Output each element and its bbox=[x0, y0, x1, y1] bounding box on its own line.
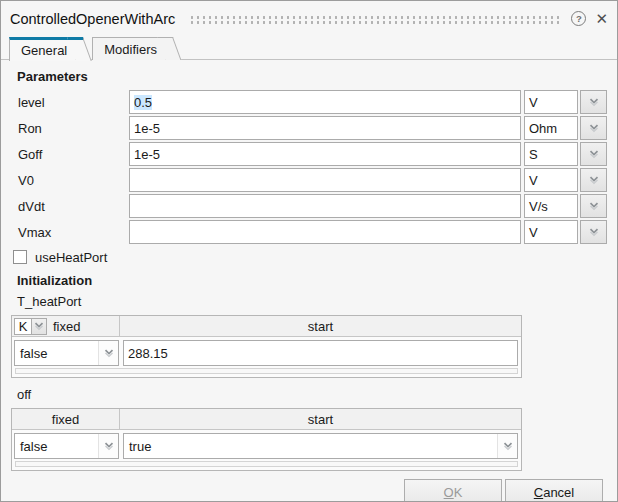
vmax-unit-value: V bbox=[529, 225, 538, 240]
ok-button[interactable]: OK bbox=[404, 479, 502, 502]
drag-handle-dots[interactable] bbox=[189, 15, 559, 24]
t-heatport-unit-field[interactable]: K bbox=[14, 318, 32, 335]
t-heatport-start-column-header: start bbox=[120, 319, 521, 334]
ron-unit-value: Ohm bbox=[529, 121, 557, 136]
chevron-down-icon bbox=[589, 150, 599, 159]
tab-bar: General Modifiers bbox=[1, 36, 617, 60]
dvdt-unit-dropdown-button[interactable] bbox=[580, 194, 607, 218]
level-value: 0.5 bbox=[134, 95, 152, 110]
param-row-dvdt: dVdt V/s bbox=[11, 194, 607, 218]
param-row-v0: V0 V bbox=[11, 168, 607, 192]
param-row-level: level 0.5 V bbox=[11, 90, 607, 114]
goff-unit-field[interactable]: S bbox=[524, 142, 578, 166]
off-fixed-column-header-cell: fixed bbox=[12, 409, 120, 429]
parameters-heading: Parameters bbox=[17, 69, 607, 84]
v0-unit-field[interactable]: V bbox=[524, 168, 578, 192]
dvdt-unit-field[interactable]: V/s bbox=[524, 194, 578, 218]
goff-unit-dropdown-button[interactable] bbox=[580, 142, 607, 166]
param-row-ron: Ron 1e-5 Ohm bbox=[11, 116, 607, 140]
t-heatport-fixed-column-header: fixed bbox=[53, 319, 80, 334]
ron-value: 1e-5 bbox=[134, 121, 160, 136]
off-data-row: false true bbox=[12, 430, 521, 461]
cancel-button[interactable]: Cancel bbox=[505, 479, 603, 502]
chevron-down-icon bbox=[589, 202, 599, 211]
general-tab-content: Parameters level 0.5 V Ron 1e-5 Ohm bbox=[1, 60, 617, 502]
ron-label: Ron bbox=[11, 121, 129, 136]
t-heatport-table: K fixed start false 288.15 bbox=[11, 315, 522, 378]
dvdt-label: dVdt bbox=[11, 199, 129, 214]
off-fixed-column-header: fixed bbox=[52, 412, 79, 427]
ron-unit-field[interactable]: Ohm bbox=[524, 116, 578, 140]
chevron-down-icon[interactable] bbox=[98, 434, 118, 458]
v0-unit-dropdown-button[interactable] bbox=[580, 168, 607, 192]
param-row-vmax: Vmax V bbox=[11, 220, 607, 244]
t-heatport-fixed-value: false bbox=[15, 346, 98, 361]
dialog-title: ControlledOpenerWithArc bbox=[10, 11, 175, 27]
off-start-value: true bbox=[124, 439, 497, 454]
vmax-label: Vmax bbox=[11, 225, 129, 240]
goff-input[interactable]: 1e-5 bbox=[129, 142, 521, 166]
goff-label: Goff bbox=[11, 147, 129, 162]
ron-unit-dropdown-button[interactable] bbox=[580, 116, 607, 140]
chevron-down-icon bbox=[589, 98, 599, 107]
v0-unit-value: V bbox=[529, 173, 538, 188]
level-unit-field[interactable]: V bbox=[524, 90, 578, 114]
v0-label: V0 bbox=[11, 173, 129, 188]
off-start-combobox[interactable]: true bbox=[123, 433, 518, 459]
level-input[interactable]: 0.5 bbox=[129, 90, 521, 114]
parameter-dialog: ControlledOpenerWithArc ? ✕ General Modi… bbox=[0, 0, 618, 502]
use-heat-port-label: useHeatPort bbox=[35, 250, 107, 265]
off-fixed-combobox[interactable]: false bbox=[14, 433, 119, 459]
use-heat-port-checkbox[interactable] bbox=[13, 250, 27, 264]
chevron-down-icon bbox=[589, 228, 599, 237]
chevron-down-icon bbox=[589, 176, 599, 185]
chevron-down-icon[interactable] bbox=[98, 341, 118, 365]
t-heatport-label: T_heatPort bbox=[17, 294, 607, 309]
dvdt-unit-value: V/s bbox=[529, 199, 548, 214]
use-heat-port-row: useHeatPort bbox=[13, 249, 607, 265]
vmax-unit-dropdown-button[interactable] bbox=[580, 220, 607, 244]
dialog-button-row: OK Cancel bbox=[11, 471, 607, 502]
off-table: fixed start false true bbox=[11, 408, 522, 471]
t-heatport-start-value: 288.15 bbox=[128, 346, 168, 361]
tab-modifiers[interactable]: Modifiers bbox=[92, 37, 165, 60]
vmax-input[interactable] bbox=[129, 220, 521, 244]
off-start-column-header: start bbox=[120, 412, 521, 427]
tab-general[interactable]: General bbox=[9, 37, 75, 61]
t-heatport-data-row: false 288.15 bbox=[12, 337, 521, 368]
goff-unit-value: S bbox=[529, 147, 538, 162]
t-heatport-header-row: K fixed start bbox=[12, 316, 521, 337]
close-icon[interactable]: ✕ bbox=[595, 11, 608, 26]
help-icon[interactable]: ? bbox=[571, 11, 586, 26]
ron-input[interactable]: 1e-5 bbox=[129, 116, 521, 140]
t-heatport-header-fixed-cell: K fixed bbox=[12, 316, 120, 336]
chevron-down-icon[interactable] bbox=[497, 434, 517, 458]
title-bar: ControlledOpenerWithArc ? ✕ bbox=[1, 1, 617, 36]
param-row-goff: Goff 1e-5 S bbox=[11, 142, 607, 166]
chevron-down-icon bbox=[589, 124, 599, 133]
level-unit-dropdown-button[interactable] bbox=[580, 90, 607, 114]
t-heatport-fixed-combobox[interactable]: false bbox=[14, 340, 119, 366]
off-label: off bbox=[17, 387, 607, 402]
dvdt-input[interactable] bbox=[129, 194, 521, 218]
level-label: level bbox=[11, 95, 129, 110]
chevron-down-icon bbox=[34, 322, 44, 331]
initialization-heading: Initialization bbox=[17, 273, 607, 288]
level-unit-value: V bbox=[529, 95, 538, 110]
off-fixed-value: false bbox=[15, 439, 98, 454]
t-heatport-unit-dropdown-button[interactable] bbox=[32, 318, 47, 335]
goff-value: 1e-5 bbox=[134, 147, 160, 162]
off-table-footer-strip bbox=[15, 461, 518, 467]
v0-input[interactable] bbox=[129, 168, 521, 192]
off-header-row: fixed start bbox=[12, 409, 521, 430]
t-heatport-table-footer-strip bbox=[15, 368, 518, 374]
t-heatport-start-input[interactable]: 288.15 bbox=[123, 340, 518, 366]
vmax-unit-field[interactable]: V bbox=[524, 220, 578, 244]
